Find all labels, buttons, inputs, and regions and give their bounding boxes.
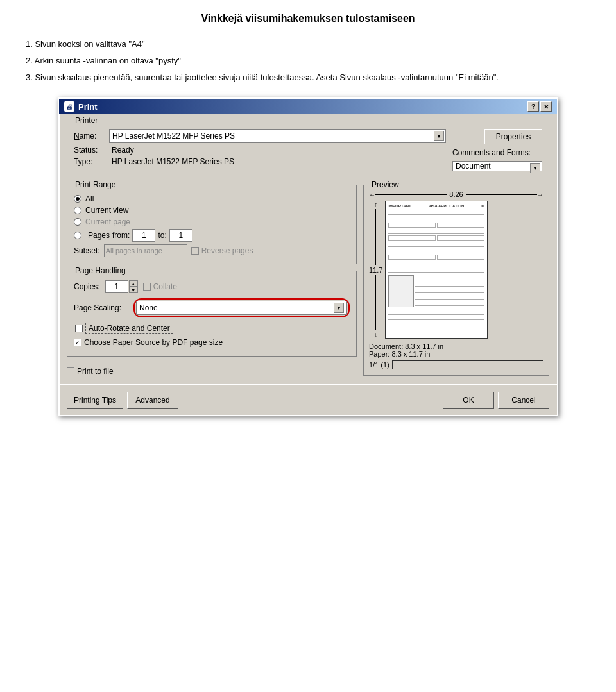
printer-status-label: Status: (74, 146, 109, 155)
print-to-file-checkbox[interactable] (67, 367, 74, 375)
advanced-button[interactable]: Advanced (127, 392, 178, 409)
printer-status-value: Ready (109, 146, 446, 155)
comments-value: Document (456, 162, 491, 171)
preview-area: ← 8.26 → ↑ 11.7 (369, 190, 543, 369)
cancel-button[interactable]: Cancel (498, 392, 549, 409)
choose-paper-checkbox[interactable] (74, 339, 81, 346)
printer-name-label: Name: (74, 131, 109, 140)
spinner-down[interactable]: ▼ (129, 287, 138, 293)
photo-box (388, 275, 414, 307)
titlebar-buttons: ? ✕ (527, 101, 552, 112)
pages-radio[interactable] (74, 232, 81, 239)
spinner-buttons: ▲ ▼ (129, 280, 138, 293)
preview-bottom-section (388, 275, 484, 307)
side-line-1 (415, 275, 484, 280)
print-icon: 🖨 (64, 101, 74, 112)
collate-row: Collate (143, 282, 177, 291)
visa-important: IMPORTANT (388, 204, 411, 208)
preview-doc-row: ↑ 11.7 ↓ IMPORTANT (369, 201, 543, 339)
printer-section: Printer Name: HP LaserJet M1522 MFP Seri… (67, 121, 549, 178)
visa-header: IMPORTANT VISA APPLICATION ⊕ (388, 204, 484, 208)
all-radio-row[interactable]: All (74, 194, 350, 203)
page-handling-section: Page Handling Copies: ▲ ▼ (67, 271, 357, 357)
form-cell-4 (437, 235, 484, 241)
from-input[interactable] (132, 229, 155, 242)
current-page-radio[interactable] (74, 218, 81, 226)
instruction-1: 1. Sivun kooksi on valittava "A4" (26, 37, 590, 51)
form-line-4 (388, 242, 484, 247)
page-scaling-arrow[interactable]: ▼ (334, 303, 344, 313)
height-line-bottom (375, 275, 376, 331)
form-cell-5 (388, 255, 436, 260)
print-range-title: Print Range (73, 180, 118, 189)
all-radio[interactable] (74, 195, 81, 203)
from-label: from: (112, 231, 130, 240)
visa-application-title: VISA APPLICATION (429, 204, 464, 208)
printer-type-value: HP LaserJet M1522 MFP Series PS (109, 157, 446, 166)
choose-paper-label: Choose Paper Source by PDF page size (84, 338, 223, 347)
print-dialog: 🖨 Print ? ✕ Printer Name: HP LaserJet M1… (58, 97, 558, 416)
preview-page-content: IMPORTANT VISA APPLICATION ⊕ (388, 204, 484, 335)
width-line-left (375, 194, 447, 195)
instructions: 1. Sivun kooksi on valittava "A4" 2. Ark… (26, 37, 590, 85)
ok-button[interactable]: OK (443, 392, 494, 409)
page-scaling-value: None (139, 303, 334, 312)
page-scaling-wrapper: None ▼ (133, 298, 350, 317)
instruction-2: 2. Arkin suunta -valinnan on oltava "pys… (26, 54, 590, 68)
form-row-two-3 (388, 255, 484, 260)
printer-status-row: Status: Ready (74, 146, 446, 155)
subset-select[interactable]: All pages in range (104, 244, 187, 257)
printer-name-row: Name: HP LaserJet M1522 MFP Series PS ▼ (74, 129, 446, 143)
bottom-line-4 (388, 325, 484, 330)
copies-spinner[interactable]: ▲ ▼ (105, 280, 138, 293)
copies-input[interactable] (105, 280, 128, 293)
height-indicator: ↑ 11.7 ↓ (369, 201, 382, 339)
comments-select[interactable]: Document ▼ (452, 161, 542, 171)
page-title: Vinkkejä viisumihakemuksen tulostamiseen (26, 13, 590, 24)
dialog-titlebar: 🖨 Print ? ✕ (59, 99, 557, 114)
side-line-5 (415, 301, 484, 306)
bottom-line-5 (388, 330, 484, 335)
subset-value: All pages in range (106, 247, 162, 255)
print-range-section: Print Range All Current view Current (67, 185, 357, 264)
current-view-radio[interactable] (74, 207, 81, 214)
width-indicator: ← 8.26 → (369, 190, 543, 198)
collate-checkbox[interactable] (143, 283, 151, 291)
properties-button[interactable]: Properties (484, 129, 542, 144)
reverse-pages-checkbox[interactable] (191, 247, 199, 255)
print-to-file-row: Print to file (67, 367, 357, 376)
spinner-up[interactable]: ▲ (129, 280, 138, 287)
close-button[interactable]: ✕ (540, 101, 552, 112)
page-nav: 1/1 (1) (369, 360, 543, 369)
to-input[interactable] (169, 229, 193, 242)
all-label: All (85, 194, 94, 203)
help-button[interactable]: ? (527, 101, 539, 112)
doc-info-1: Document: 8.3 x 11.7 in (369, 342, 543, 350)
current-view-label: Current view (85, 206, 128, 215)
page-scaling-select[interactable]: None ▼ (136, 301, 347, 315)
form-row-two-1 (388, 223, 484, 228)
current-view-radio-row[interactable]: Current view (74, 206, 350, 215)
subset-row: Subset: All pages in range Reverse pages (74, 244, 350, 257)
printer-name-dropdown-arrow[interactable]: ▼ (434, 131, 444, 141)
doc-info: Document: 8.3 x 11.7 in Paper: 8.3 x 11.… (369, 342, 543, 358)
form-line-2 (388, 216, 484, 221)
form-line-5 (388, 248, 484, 253)
pages-label: Pages (88, 231, 110, 240)
titlebar-left: 🖨 Print (64, 101, 98, 112)
printer-name-select[interactable]: HP LaserJet M1522 MFP Series PS ▼ (109, 129, 446, 143)
current-page-radio-row[interactable]: Current page (74, 217, 350, 226)
auto-rotate-label: Auto-Rotate and Center (85, 323, 173, 334)
collate-label: Collate (153, 282, 177, 291)
form-cell-2 (437, 223, 484, 228)
auto-rotate-checkbox[interactable] (75, 325, 83, 332)
comments-dropdown-arrow[interactable]: ▼ (530, 163, 540, 173)
side-line-3 (415, 288, 484, 293)
bottom-line-3 (388, 320, 484, 325)
main-area: Print Range All Current view Current (67, 185, 549, 376)
right-panel: Preview ← 8.26 → (363, 185, 549, 376)
page-nav-bar (392, 360, 543, 369)
to-label: to: (158, 231, 166, 240)
form-line-6 (388, 261, 484, 266)
printing-tips-button[interactable]: Printing Tips (67, 392, 123, 409)
